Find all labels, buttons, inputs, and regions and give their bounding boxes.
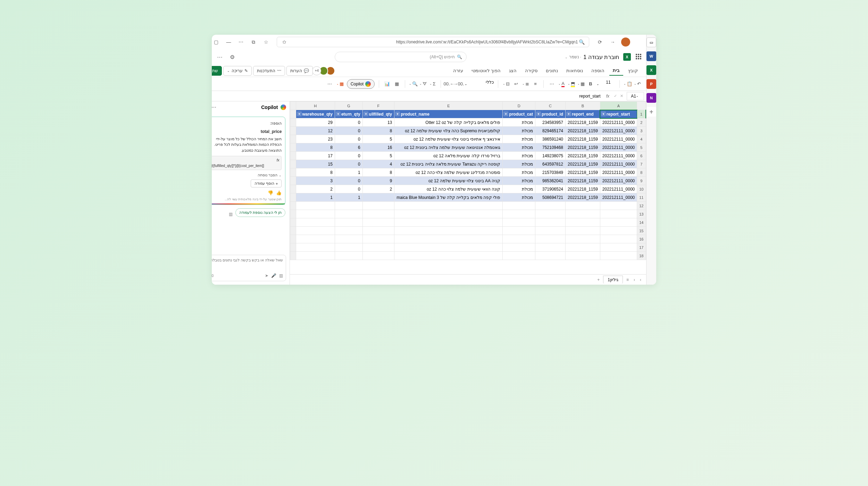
cell[interactable]: 20221218_1159: [566, 160, 600, 168]
row-header[interactable]: 1: [637, 110, 646, 118]
cell[interactable]: 0: [335, 152, 362, 160]
column-header[interactable]: G: [335, 102, 362, 110]
app-rail-add-icon[interactable]: +: [646, 107, 656, 117]
filter-icon[interactable]: ▾: [566, 111, 571, 116]
cell[interactable]: 202212111_0000: [600, 177, 637, 185]
cell[interactable]: 20221218_1159: [566, 127, 600, 135]
cell[interactable]: 0: [335, 127, 362, 135]
cell[interactable]: קניה AA בינוני צלוי שעועית שלמה 12 oz: [394, 177, 503, 185]
presence-stack[interactable]: 4+: [314, 66, 335, 75]
filter-icon[interactable]: ▾: [364, 111, 368, 116]
row-header[interactable]: 7: [637, 160, 646, 168]
cell[interactable]: קוסטה ריקה Tarrazu שעועית מלאה צלויה בינ…: [394, 160, 503, 168]
view-data-icon[interactable]: ▥: [229, 212, 233, 217]
browser-profile-avatar[interactable]: [621, 37, 630, 47]
cell[interactable]: [362, 210, 394, 218]
font-color-icon[interactable]: A⌄: [558, 80, 565, 88]
add-sheet-icon[interactable]: +: [596, 277, 601, 282]
cell[interactable]: [362, 227, 394, 235]
cell[interactable]: קולומביאנית Supremo כהה צלוי שעועית שלמה…: [394, 127, 503, 135]
cell[interactable]: 29: [296, 118, 335, 127]
cell[interactable]: [296, 202, 335, 210]
row-header[interactable]: 6: [637, 152, 646, 160]
cell[interactable]: [296, 218, 335, 227]
cell[interactable]: קונה הוואי שעועית שלמה צלוי כהה 12 oz: [394, 185, 503, 193]
autosum-icon[interactable]: Σ⌄: [429, 80, 436, 88]
more-icon[interactable]: ⋯: [237, 38, 245, 46]
cell[interactable]: [600, 235, 637, 243]
cell[interactable]: 12: [296, 127, 335, 135]
cell[interactable]: [394, 227, 503, 235]
cell[interactable]: 0: [335, 160, 362, 168]
cell[interactable]: 202212111_0000: [600, 143, 637, 152]
row-header[interactable]: 12: [637, 202, 646, 210]
insert-column-button[interactable]: +הוסף עמודה: [251, 179, 282, 187]
cell[interactable]: 20221218_1159: [566, 168, 600, 177]
cell[interactable]: [535, 235, 566, 243]
cancel-formula-icon[interactable]: ✕: [618, 94, 625, 98]
cell[interactable]: [600, 227, 637, 235]
cell[interactable]: [296, 227, 335, 235]
site-info-icon[interactable]: ✩: [281, 38, 288, 46]
explain-formula-link[interactable]: ⌄הסבר נוסחה: [212, 173, 282, 177]
table-header-cell[interactable]: ▾ullfilled_qty: [362, 110, 394, 118]
cell[interactable]: 508694721: [535, 193, 566, 202]
cell[interactable]: [362, 218, 394, 227]
cell[interactable]: 1: [296, 193, 335, 202]
cell[interactable]: 202212111_0000: [600, 127, 637, 135]
cell[interactable]: [335, 210, 362, 218]
formula-input[interactable]: report_start: [212, 94, 603, 99]
cell[interactable]: [566, 202, 600, 210]
filter-icon[interactable]: ▾: [536, 111, 541, 116]
decrease-decimal-icon[interactable]: ←.00: [445, 80, 453, 88]
row-header[interactable]: 16: [637, 235, 646, 243]
app-rail-word-icon[interactable]: W: [646, 51, 656, 61]
cell[interactable]: 20221218_1159: [566, 143, 600, 152]
mic-icon[interactable]: 🎤: [271, 273, 276, 278]
bold-icon[interactable]: B: [587, 80, 594, 88]
cell[interactable]: 5: [362, 152, 394, 160]
cell[interactable]: [600, 218, 637, 227]
cell[interactable]: [394, 210, 503, 218]
cell[interactable]: [535, 218, 566, 227]
cell[interactable]: [566, 252, 600, 260]
settings-icon[interactable]: ⚙: [228, 53, 236, 61]
sheet-nav-next-icon[interactable]: ‹: [632, 277, 636, 282]
copilot-input[interactable]: [212, 258, 283, 270]
cell[interactable]: אירגאצ׳ף אתיופי בינוני צלוי שעועית שלמה …: [394, 135, 503, 143]
cell[interactable]: [535, 227, 566, 235]
cell[interactable]: 371906524: [535, 185, 566, 193]
app-launcher-icon[interactable]: [635, 54, 641, 60]
row-header[interactable]: 17: [637, 243, 646, 252]
cell[interactable]: [362, 193, 394, 202]
tab-help[interactable]: עזרה: [450, 66, 467, 75]
attach-table-icon[interactable]: ▥: [279, 273, 283, 278]
editing-mode-button[interactable]: ✎עריכה⌄: [223, 66, 252, 76]
sort-filter-icon[interactable]: ᗊ⌄: [419, 80, 427, 88]
cell[interactable]: ברזיל סרדו קלה שעועית מלאה 12 oz: [394, 152, 503, 160]
cell[interactable]: [503, 252, 535, 260]
cell[interactable]: 15: [296, 160, 335, 168]
column-header[interactable]: B: [566, 102, 600, 110]
cell[interactable]: 202212111_0000: [600, 160, 637, 168]
filter-icon[interactable]: ▾: [503, 111, 508, 116]
cell[interactable]: 202212111_0000: [600, 193, 637, 202]
cell[interactable]: 20221218_1159: [566, 185, 600, 193]
cell[interactable]: 1: [335, 168, 362, 177]
cell[interactable]: 9: [362, 177, 394, 185]
cell[interactable]: 0: [335, 185, 362, 193]
cell[interactable]: 202212111_0000: [600, 118, 637, 127]
header-more-icon[interactable]: ⋯: [216, 53, 224, 61]
restore-icon[interactable]: ▢: [212, 38, 220, 46]
cell[interactable]: [335, 218, 362, 227]
refresh-icon[interactable]: ⟳: [596, 38, 604, 46]
column-header[interactable]: C: [535, 102, 566, 110]
cell[interactable]: [535, 202, 566, 210]
cell[interactable]: גואטמלה אנטיגואה שעועית שלמה צלויה בינונ…: [394, 143, 503, 152]
cell[interactable]: מכולת: [503, 185, 535, 193]
fill-color-icon[interactable]: ⬒⌄: [567, 80, 575, 88]
tab-data[interactable]: נתונים: [542, 66, 561, 75]
cell[interactable]: 985362041: [535, 177, 566, 185]
column-header[interactable]: F: [362, 102, 394, 110]
number-format-select[interactable]: כללי: [469, 80, 494, 88]
